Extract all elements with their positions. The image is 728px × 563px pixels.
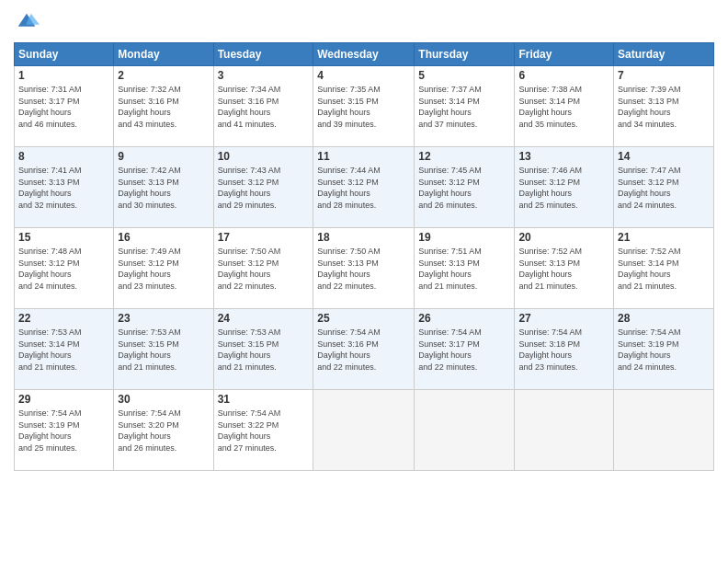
day-number: 5 — [418, 69, 510, 82]
day-info: Sunrise: 7:47 AM Sunset: 3:12 PM Dayligh… — [618, 165, 710, 211]
day-info: Sunrise: 7:53 AM Sunset: 3:15 PM Dayligh… — [118, 327, 209, 373]
day-number: 3 — [218, 69, 310, 82]
day-info: Sunrise: 7:54 AM Sunset: 3:17 PM Dayligh… — [418, 327, 510, 373]
day-number: 18 — [317, 231, 410, 244]
calendar-cell: 16 Sunrise: 7:49 AM Sunset: 3:12 PM Dayl… — [114, 228, 213, 309]
calendar-cell: 21 Sunrise: 7:52 AM Sunset: 3:14 PM Dayl… — [614, 228, 714, 309]
calendar-container: SundayMondayTuesdayWednesdayThursdayFrid… — [0, 0, 728, 563]
column-header-friday: Friday — [515, 43, 614, 66]
calendar-cell: 17 Sunrise: 7:50 AM Sunset: 3:12 PM Dayl… — [213, 228, 313, 309]
day-number: 15 — [18, 231, 109, 244]
day-info: Sunrise: 7:45 AM Sunset: 3:12 PM Dayligh… — [418, 165, 510, 211]
calendar-cell: 24 Sunrise: 7:53 AM Sunset: 3:15 PM Dayl… — [213, 309, 313, 390]
column-header-tuesday: Tuesday — [213, 43, 313, 66]
day-number: 30 — [118, 393, 209, 406]
column-header-monday: Monday — [114, 43, 213, 66]
calendar-cell: 7 Sunrise: 7:39 AM Sunset: 3:13 PM Dayli… — [614, 66, 714, 147]
day-info: Sunrise: 7:39 AM Sunset: 3:13 PM Dayligh… — [618, 84, 710, 130]
calendar-table: SundayMondayTuesdayWednesdayThursdayFrid… — [14, 42, 714, 471]
day-number: 24 — [218, 312, 310, 325]
calendar-cell: 15 Sunrise: 7:48 AM Sunset: 3:12 PM Dayl… — [15, 228, 114, 309]
calendar-cell: 13 Sunrise: 7:46 AM Sunset: 3:12 PM Dayl… — [515, 147, 614, 228]
day-info: Sunrise: 7:35 AM Sunset: 3:15 PM Dayligh… — [317, 84, 410, 130]
calendar-cell: 27 Sunrise: 7:54 AM Sunset: 3:18 PM Dayl… — [515, 309, 614, 390]
day-number: 31 — [218, 393, 310, 406]
calendar-cell: 12 Sunrise: 7:45 AM Sunset: 3:12 PM Dayl… — [415, 147, 515, 228]
logo — [14, 9, 43, 35]
day-number: 25 — [317, 312, 410, 325]
calendar-cell: 23 Sunrise: 7:53 AM Sunset: 3:15 PM Dayl… — [114, 309, 213, 390]
calendar-cell: 3 Sunrise: 7:34 AM Sunset: 3:16 PM Dayli… — [213, 66, 313, 147]
calendar-cell: 25 Sunrise: 7:54 AM Sunset: 3:16 PM Dayl… — [313, 309, 415, 390]
day-info: Sunrise: 7:53 AM Sunset: 3:14 PM Dayligh… — [18, 327, 109, 373]
week-row-1: 1 Sunrise: 7:31 AM Sunset: 3:17 PM Dayli… — [15, 66, 714, 147]
day-number: 21 — [618, 231, 710, 244]
day-info: Sunrise: 7:44 AM Sunset: 3:12 PM Dayligh… — [317, 165, 410, 211]
day-number: 13 — [518, 150, 609, 163]
day-number: 14 — [618, 150, 710, 163]
day-info: Sunrise: 7:34 AM Sunset: 3:16 PM Dayligh… — [218, 84, 310, 130]
day-number: 6 — [518, 69, 609, 82]
week-row-4: 22 Sunrise: 7:53 AM Sunset: 3:14 PM Dayl… — [15, 309, 714, 390]
day-info: Sunrise: 7:51 AM Sunset: 3:13 PM Dayligh… — [418, 246, 510, 292]
column-header-sunday: Sunday — [15, 43, 114, 66]
day-number: 22 — [18, 312, 109, 325]
day-info: Sunrise: 7:53 AM Sunset: 3:15 PM Dayligh… — [218, 327, 310, 373]
day-number: 2 — [118, 69, 209, 82]
day-info: Sunrise: 7:54 AM Sunset: 3:19 PM Dayligh… — [18, 408, 109, 454]
calendar-cell: 11 Sunrise: 7:44 AM Sunset: 3:12 PM Dayl… — [313, 147, 415, 228]
column-header-saturday: Saturday — [614, 43, 714, 66]
day-info: Sunrise: 7:46 AM Sunset: 3:12 PM Dayligh… — [518, 165, 609, 211]
day-info: Sunrise: 7:54 AM Sunset: 3:19 PM Dayligh… — [618, 327, 710, 373]
day-info: Sunrise: 7:38 AM Sunset: 3:14 PM Dayligh… — [518, 84, 609, 130]
day-info: Sunrise: 7:43 AM Sunset: 3:12 PM Dayligh… — [218, 165, 310, 211]
day-info: Sunrise: 7:50 AM Sunset: 3:13 PM Dayligh… — [317, 246, 410, 292]
day-number: 11 — [317, 150, 410, 163]
calendar-cell: 2 Sunrise: 7:32 AM Sunset: 3:16 PM Dayli… — [114, 66, 213, 147]
calendar-cell: 22 Sunrise: 7:53 AM Sunset: 3:14 PM Dayl… — [15, 309, 114, 390]
day-number: 7 — [618, 69, 710, 82]
day-number: 23 — [118, 312, 209, 325]
header — [14, 9, 714, 35]
week-row-3: 15 Sunrise: 7:48 AM Sunset: 3:12 PM Dayl… — [15, 228, 714, 309]
day-info: Sunrise: 7:52 AM Sunset: 3:13 PM Dayligh… — [518, 246, 609, 292]
calendar-cell: 6 Sunrise: 7:38 AM Sunset: 3:14 PM Dayli… — [515, 66, 614, 147]
calendar-cell: 4 Sunrise: 7:35 AM Sunset: 3:15 PM Dayli… — [313, 66, 415, 147]
calendar-cell — [415, 390, 515, 471]
day-number: 4 — [317, 69, 410, 82]
calendar-cell: 30 Sunrise: 7:54 AM Sunset: 3:20 PM Dayl… — [114, 390, 213, 471]
calendar-cell: 9 Sunrise: 7:42 AM Sunset: 3:13 PM Dayli… — [114, 147, 213, 228]
day-info: Sunrise: 7:31 AM Sunset: 3:17 PM Dayligh… — [18, 84, 109, 130]
day-info: Sunrise: 7:37 AM Sunset: 3:14 PM Dayligh… — [418, 84, 510, 130]
logo-icon — [14, 9, 40, 35]
day-number: 1 — [18, 69, 109, 82]
day-info: Sunrise: 7:54 AM Sunset: 3:22 PM Dayligh… — [218, 408, 310, 454]
calendar-cell: 20 Sunrise: 7:52 AM Sunset: 3:13 PM Dayl… — [515, 228, 614, 309]
calendar-cell: 10 Sunrise: 7:43 AM Sunset: 3:12 PM Dayl… — [213, 147, 313, 228]
day-number: 27 — [518, 312, 609, 325]
day-number: 19 — [418, 231, 510, 244]
calendar-header: SundayMondayTuesdayWednesdayThursdayFrid… — [15, 43, 714, 66]
calendar-cell — [515, 390, 614, 471]
calendar-cell: 5 Sunrise: 7:37 AM Sunset: 3:14 PM Dayli… — [415, 66, 515, 147]
day-number: 28 — [618, 312, 710, 325]
day-number: 10 — [218, 150, 310, 163]
calendar-cell: 31 Sunrise: 7:54 AM Sunset: 3:22 PM Dayl… — [213, 390, 313, 471]
day-info: Sunrise: 7:54 AM Sunset: 3:20 PM Dayligh… — [118, 408, 209, 454]
day-number: 20 — [518, 231, 609, 244]
day-info: Sunrise: 7:41 AM Sunset: 3:13 PM Dayligh… — [18, 165, 109, 211]
calendar-cell: 18 Sunrise: 7:50 AM Sunset: 3:13 PM Dayl… — [313, 228, 415, 309]
day-number: 8 — [18, 150, 109, 163]
calendar-cell: 28 Sunrise: 7:54 AM Sunset: 3:19 PM Dayl… — [614, 309, 714, 390]
day-info: Sunrise: 7:50 AM Sunset: 3:12 PM Dayligh… — [218, 246, 310, 292]
day-number: 12 — [418, 150, 510, 163]
week-row-5: 29 Sunrise: 7:54 AM Sunset: 3:19 PM Dayl… — [15, 390, 714, 471]
day-number: 16 — [118, 231, 209, 244]
day-number: 29 — [18, 393, 109, 406]
calendar-cell — [313, 390, 415, 471]
day-info: Sunrise: 7:48 AM Sunset: 3:12 PM Dayligh… — [18, 246, 109, 292]
day-info: Sunrise: 7:42 AM Sunset: 3:13 PM Dayligh… — [118, 165, 209, 211]
calendar-cell — [614, 390, 714, 471]
calendar-cell: 8 Sunrise: 7:41 AM Sunset: 3:13 PM Dayli… — [15, 147, 114, 228]
column-header-wednesday: Wednesday — [313, 43, 415, 66]
